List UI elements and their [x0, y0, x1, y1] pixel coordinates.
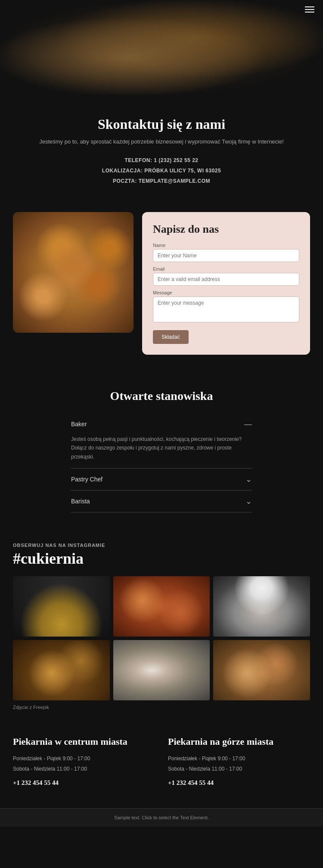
accordion-baker-header[interactable]: Baker —	[71, 414, 252, 435]
instagram-photo-6[interactable]	[213, 640, 310, 700]
location1-phone: +1 232 454 55 44	[13, 779, 155, 787]
contact-subtitle: Jesteśmy po to, aby sprostać każdej potr…	[26, 137, 297, 147]
name-label: Name	[153, 243, 299, 248]
menu-button[interactable]	[305, 6, 314, 12]
email-input[interactable]	[153, 273, 299, 286]
form-section: Napisz do nas Name Email Message Składać	[0, 203, 323, 376]
contact-phone: TELEFON: 1 (232) 252 55 22	[26, 155, 297, 165]
location1-name: Piekarnia w centrum miasta	[13, 736, 155, 748]
location-card-1: Piekarnia w centrum miasta Poniedziałek …	[13, 736, 155, 787]
instagram-photo-1[interactable]	[13, 576, 110, 637]
instagram-photo-4[interactable]	[13, 640, 110, 700]
message-input[interactable]	[153, 297, 299, 322]
accordion-pastry-label: Pastry Chef	[71, 476, 102, 483]
footer-text: Sample text. Click to select the Text El…	[114, 815, 209, 820]
contact-section: Skontaktuj się z nami Jesteśmy po to, ab…	[0, 95, 323, 203]
accordion-baker: Baker — Jesteś osobą pełną pasji i punkt…	[71, 414, 252, 468]
contact-email: POCZTA: TEMPLATE@SAMPLE.COM	[26, 176, 297, 186]
instagram-photo-5[interactable]	[113, 640, 210, 700]
message-label: Message	[153, 290, 299, 295]
instagram-grid	[13, 576, 310, 700]
location1-weekday: Poniedziałek - Piątek 9:00 - 17:00	[13, 753, 155, 764]
instagram-follow-label: OBSERWUJ NAS NA INSTAGRAMIE	[13, 543, 310, 548]
instagram-photo-3[interactable]	[213, 576, 310, 637]
accordion-barista-icon: ⌄	[245, 496, 252, 506]
accordion-baker-body: Jesteś osobą pełną pasji i punktualności…	[71, 435, 252, 468]
name-input[interactable]	[153, 249, 299, 262]
location1-weekend: Sobota - Niedziela 11:00 - 17:00	[13, 764, 155, 774]
locations-section: Piekarnia w centrum miasta Poniedziałek …	[0, 718, 323, 808]
jobs-title: Otwarte stanowiska	[22, 389, 301, 403]
instagram-photo-2[interactable]	[113, 576, 210, 637]
instagram-hashtag: #cukiernia	[13, 550, 310, 568]
bread-image	[13, 212, 134, 333]
hero-image	[0, 0, 323, 95]
footer: Sample text. Click to select the Text El…	[0, 808, 323, 827]
location1-hours: Poniedziałek - Piątek 9:00 - 17:00 Sobot…	[13, 753, 155, 774]
location2-phone: +1 232 454 55 44	[168, 779, 310, 787]
location2-weekday: Poniedziałek - Piątek 9:00 - 17:00	[168, 753, 310, 764]
accordion-baker-icon: —	[244, 420, 252, 429]
instagram-section: OBSERWUJ NAS NA INSTAGRAMIE #cukiernia Z…	[0, 530, 323, 718]
location2-weekend: Sobota - Niedziela 11:00 - 17:00	[168, 764, 310, 774]
location2-name: Piekarnia na górze miasta	[168, 736, 310, 748]
contact-form: Napisz do nas Name Email Message Składać	[142, 212, 310, 355]
photo-credit: Zdjęcie z Freepik	[13, 705, 310, 710]
accordion-barista: Barista ⌄	[71, 490, 252, 512]
contact-location: LOKALIZACJA: PRÓBKA ULICY 75, WI 63025	[26, 165, 297, 176]
location2-hours: Poniedziałek - Piątek 9:00 - 17:00 Sobot…	[168, 753, 310, 774]
contact-info: TELEFON: 1 (232) 252 55 22 LOKALIZACJA: …	[26, 155, 297, 186]
accordion-barista-header[interactable]: Barista ⌄	[71, 490, 252, 512]
accordion-baker-label: Baker	[71, 421, 87, 428]
accordion-pastry-icon: ⌄	[245, 475, 252, 484]
location-card-2: Piekarnia na górze miasta Poniedziałek -…	[168, 736, 310, 787]
jobs-section: Otwarte stanowiska Baker — Jesteś osobą …	[0, 376, 323, 530]
submit-button[interactable]: Składać	[153, 330, 189, 344]
accordion-barista-label: Barista	[71, 498, 90, 505]
hero-section	[0, 0, 323, 95]
accordion-pastry-header[interactable]: Pastry Chef ⌄	[71, 468, 252, 490]
form-title: Napisz do nas	[153, 223, 299, 236]
email-label: Email	[153, 266, 299, 272]
accordion-pastry: Pastry Chef ⌄	[71, 468, 252, 490]
bread-image-inner	[13, 212, 134, 333]
photo1-bg	[13, 576, 110, 637]
contact-title: Skontaktuj się z nami	[26, 116, 297, 132]
